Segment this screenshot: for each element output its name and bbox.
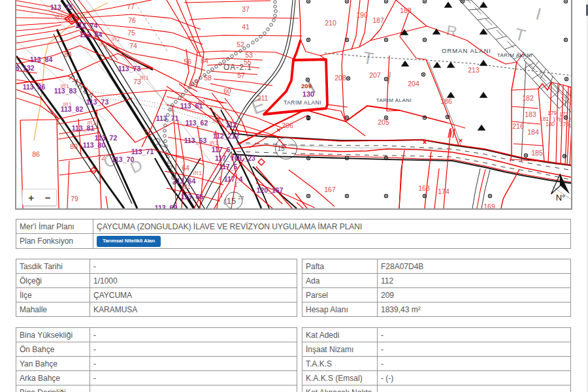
svg-text:(: (	[223, 197, 226, 205]
svg-text:183: 183	[525, 110, 536, 118]
svg-text:T: T	[361, 48, 375, 69]
svg-text:IR1: IR1	[99, 41, 108, 48]
svg-text:I: I	[385, 68, 393, 88]
svg-text:84: 84	[64, 50, 72, 58]
svg-text:T: T	[513, 24, 528, 46]
svg-text:TARIM ALANI: TARIM ALANI	[497, 52, 533, 58]
svg-text:205: 205	[378, 118, 389, 126]
svg-text:113_74: 113_74	[75, 22, 98, 29]
svg-text:190: 190	[356, 11, 368, 19]
svg-text:R: R	[445, 22, 458, 40]
svg-text:IR1: IR1	[193, 170, 202, 176]
svg-text:79: 79	[71, 195, 78, 203]
svg-text:182: 182	[522, 94, 534, 102]
svg-text:113_73: 113_73	[118, 65, 141, 73]
svg-text:IB1: IB1	[182, 184, 191, 190]
svg-text:22: 22	[238, 195, 244, 201]
svg-text:15: 15	[277, 145, 285, 152]
svg-text:117_6: 117_6	[212, 146, 231, 154]
svg-text:3: 3	[220, 192, 223, 199]
svg-text:41: 41	[242, 23, 250, 31]
svg-text:IR1: IR1	[140, 74, 149, 81]
svg-text:117_4: 117_4	[224, 175, 243, 183]
svg-text:117_YOL_23: 117_YOL_23	[215, 154, 255, 162]
svg-text:113_63: 113_63	[184, 137, 207, 144]
svg-text:64: 64	[182, 164, 189, 172]
svg-text:113_73: 113_73	[86, 98, 109, 106]
svg-text:112_212: 112_212	[213, 132, 239, 140]
svg-text:169: 169	[483, 203, 495, 209]
svg-text:76: 76	[128, 16, 136, 24]
svg-text:130: 130	[302, 90, 314, 98]
svg-text:54: 54	[201, 57, 208, 65]
svg-text:IR2: IR2	[111, 36, 120, 42]
svg-text:77: 77	[127, 3, 135, 10]
svg-text:167: 167	[324, 186, 336, 193]
svg-text:8_132: 8_132	[16, 64, 35, 72]
svg-text:37: 37	[242, 5, 250, 13]
svg-text:113_82: 113_82	[61, 105, 84, 113]
svg-text:120_167: 120_167	[257, 186, 284, 194]
svg-text:113_70: 113_70	[112, 155, 135, 163]
svg-text:113_86: 113_86	[23, 83, 46, 91]
svg-text:N°: N°	[556, 193, 566, 203]
svg-text:56: 56	[184, 57, 191, 65]
svg-text:113_64: 113_64	[173, 177, 196, 185]
svg-text:60: 60	[223, 87, 231, 95]
svg-text:I: I	[534, 4, 544, 24]
svg-text:IR1: IR1	[54, 14, 63, 20]
svg-text:175: 175	[568, 122, 572, 129]
svg-text:72: 72	[97, 154, 105, 161]
svg-text:113_80: 113_80	[83, 141, 106, 149]
svg-text:168: 168	[418, 184, 430, 192]
svg-text:113_83: 113_83	[54, 87, 77, 95]
svg-text:113_71: 113_71	[156, 114, 179, 122]
svg-text:208: 208	[335, 74, 346, 82]
svg-text:113_62: 113_62	[186, 119, 208, 127]
svg-text:TARIM ALANI: TARIM ALANI	[376, 97, 412, 103]
svg-text:OA-2.1: OA-2.1	[223, 63, 252, 72]
svg-text:210: 210	[325, 19, 336, 27]
svg-text:113_84: 113_84	[30, 56, 53, 63]
svg-text:113_69: 113_69	[155, 204, 178, 209]
svg-text:186: 186	[440, 97, 452, 105]
svg-text:207: 207	[369, 71, 381, 79]
svg-text:187: 187	[372, 16, 384, 24]
svg-text:112: 112	[226, 121, 237, 129]
svg-text:213: 213	[468, 66, 480, 74]
svg-text:113_71: 113_71	[131, 148, 154, 155]
svg-text:71: 71	[144, 128, 152, 136]
svg-text:216: 216	[512, 122, 524, 130]
svg-text:204: 204	[408, 80, 419, 88]
svg-text:113_75: 113_75	[50, 3, 73, 11]
svg-text:4: 4	[218, 175, 221, 182]
svg-text:185: 185	[531, 149, 543, 157]
svg-text:117_5: 117_5	[219, 163, 238, 171]
svg-text:57: 57	[237, 71, 245, 79]
svg-text:209: 209	[301, 82, 312, 90]
svg-text:188: 188	[400, 7, 412, 14]
svg-text:74: 74	[129, 42, 137, 50]
svg-text:1: 1	[235, 182, 238, 188]
svg-text:206: 206	[282, 122, 293, 129]
svg-text:86: 86	[32, 150, 40, 158]
svg-text:m: m	[289, 142, 292, 146]
svg-text:IR1: IR1	[212, 118, 221, 124]
svg-text:180: 180	[546, 121, 555, 127]
svg-text:80: 80	[70, 142, 78, 150]
svg-text:✕: ✕	[422, 139, 427, 146]
svg-text:52: 52	[237, 41, 244, 48]
svg-text:113_81: 113_81	[72, 124, 95, 132]
svg-text:75: 75	[127, 29, 135, 37]
svg-text:TARIM ALANI: TARIM ALANI	[284, 99, 321, 106]
svg-text:211: 211	[257, 94, 269, 102]
svg-text:113_84: 113_84	[80, 31, 103, 39]
svg-text:113_65: 113_65	[181, 193, 204, 201]
svg-text:174: 174	[438, 188, 449, 195]
svg-text:ORMAN ALANI: ORMAN ALANI	[442, 47, 491, 54]
svg-text:113_61: 113_61	[180, 102, 203, 110]
svg-text:184: 184	[527, 128, 539, 136]
svg-text:58: 58	[204, 74, 212, 82]
svg-text:15: 15	[227, 196, 236, 206]
